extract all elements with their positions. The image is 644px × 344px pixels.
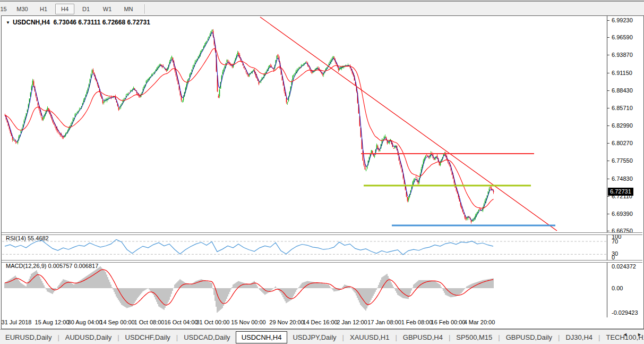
tab-scroll-buttons: ◄ ► xyxy=(623,332,642,337)
price-tick-label: 6.80270 xyxy=(612,140,633,146)
timeframe-button-M15[interactable]: M15 xyxy=(0,4,11,14)
rsi-pane[interactable] xyxy=(2,234,607,260)
candles-layer xyxy=(5,29,494,224)
timeframe-button-W1[interactable]: W1 xyxy=(98,4,117,14)
price-tick-mark xyxy=(607,20,609,21)
price-tick-mark xyxy=(607,196,609,197)
chart-window: ▼USDCNH,H4 6.73046 6.73111 6.72668 6.727… xyxy=(1,15,644,329)
price-tick-label: 6.74830 xyxy=(612,175,633,182)
date-label: 31 Oct 00:00 xyxy=(196,319,230,325)
timeframe-button-D1[interactable]: D1 xyxy=(76,4,96,14)
date-label: 15 Aug 12:00 xyxy=(35,319,70,325)
timeframe-toolbar: M15M30H1H4D1W1MN xyxy=(0,3,644,15)
date-label: 16 Oct 04:00 xyxy=(165,319,198,325)
tab-scroll-right-icon[interactable]: ► xyxy=(637,332,642,337)
rsi-line xyxy=(5,239,493,255)
price-axis[interactable]: 6.992306.965906.938706.911506.884306.857… xyxy=(607,16,643,317)
chart-tab-bar: EURUSD,Daily|AUDUSD,Daily|USDCHF,Daily|U… xyxy=(0,329,644,344)
macd-label: MACD(12,26,9) 0.005757 0.006817 xyxy=(6,263,98,269)
tab-GBPUSD-Daily[interactable]: GBPUSD,Daily xyxy=(501,332,557,343)
pane-separator[interactable] xyxy=(2,260,642,263)
ohlc-high: 6.73111 xyxy=(78,19,100,26)
tab-EURUSD-Daily[interactable]: EURUSD,Daily xyxy=(0,332,57,343)
price-tick-mark xyxy=(607,125,609,126)
date-label: 1 Feb 08:00 xyxy=(401,319,433,325)
price-tick-mark xyxy=(607,231,609,231)
current-price-badge: 6.72731 xyxy=(608,188,633,196)
price-tick-mark xyxy=(607,90,609,91)
chart-title: ▼USDCNH,H4 6.73046 6.73111 6.72668 6.727… xyxy=(6,19,150,26)
toolbar-separator xyxy=(144,4,145,14)
tab-AUDUSD-Daily[interactable]: AUDUSD,Daily xyxy=(60,332,117,343)
macd-main-value: 0.005757 xyxy=(48,263,72,269)
tab-SP500-M15[interactable]: SP500,M15 xyxy=(451,332,497,343)
rsi-axis-label: 70 xyxy=(612,238,618,245)
tab-USDCNH-H4[interactable]: USDCNH,H4 xyxy=(236,331,288,343)
macd-axis-label: 0.024372 xyxy=(612,263,636,270)
date-label: 14 Dec 16:00 xyxy=(303,319,337,325)
timeframe-button-H4[interactable]: H4 xyxy=(55,4,74,14)
price-tick-label: 6.85710 xyxy=(612,105,633,111)
tab-GBPUSD-H4[interactable]: GBPUSD,H4 xyxy=(398,332,448,343)
ma-fast-line xyxy=(5,32,494,221)
price-tick-mark xyxy=(607,108,609,108)
price-tick-mark xyxy=(607,179,609,179)
tab-USDCHF-Daily[interactable]: USDCHF,Daily xyxy=(120,332,176,343)
price-tick-label: 6.93870 xyxy=(612,52,633,58)
rsi-value: 55.4682 xyxy=(28,235,49,241)
date-label: 16 Feb 00:00 xyxy=(431,319,466,325)
price-tick-mark xyxy=(607,37,609,38)
tab-USDJPY-Daily[interactable]: USDJPY,Daily xyxy=(287,332,341,343)
price-tick-mark xyxy=(607,214,609,214)
macd-signal-value: 0.006817 xyxy=(74,263,98,269)
price-tick-mark xyxy=(607,55,609,55)
tab-scroll-left-icon[interactable]: ◄ xyxy=(623,332,628,337)
price-tick-label: 6.99230 xyxy=(612,17,633,23)
timeframe-button-M30[interactable]: M30 xyxy=(13,4,32,14)
macd-pane[interactable] xyxy=(2,262,607,317)
date-label: 1 Oct 08:00 xyxy=(134,319,165,325)
ohlc-low: 6.72668 xyxy=(102,19,125,26)
price-tick-label: 6.69390 xyxy=(612,211,633,217)
price-tick-label: 6.96590 xyxy=(612,34,633,40)
macd-axis-label: 0.00 xyxy=(612,285,623,291)
price-tick-mark xyxy=(607,161,609,161)
tab-DJ30-H4[interactable]: DJ30,H4 xyxy=(560,332,598,343)
date-label: 30 Aug 04:00 xyxy=(68,319,102,325)
ohlc-close: 6.72731 xyxy=(127,19,150,26)
price-tick-mark xyxy=(607,73,609,73)
date-label: 17 Jan 08:00 xyxy=(367,319,401,325)
macd-axis-label: -0.029423 xyxy=(612,309,638,316)
macd-histogram xyxy=(4,266,494,313)
timeframe-button-H1[interactable]: H1 xyxy=(34,4,53,14)
chart-dropdown-caret[interactable]: ▼ xyxy=(6,20,10,25)
price-tick-label: 6.82990 xyxy=(612,122,633,129)
ma-slow-line xyxy=(5,48,494,208)
date-label: 29 Nov 20:00 xyxy=(269,319,304,325)
timeframe-button-MN[interactable]: MN xyxy=(119,4,138,14)
rsi-label: RSI(14) 55.4682 xyxy=(6,235,49,241)
pane-separator[interactable] xyxy=(2,232,642,235)
price-tick-label: 6.77550 xyxy=(612,157,633,164)
date-axis[interactable]: 31 Jul 201815 Aug 12:0030 Aug 04:0014 Se… xyxy=(2,317,607,328)
date-label: 31 Jul 2018 xyxy=(2,319,32,325)
mt4-window: M15M30H1H4D1W1MN ▼USDCNH,H4 6.73046 6.73… xyxy=(0,0,644,344)
date-label: 2 Jan 12:00 xyxy=(337,319,367,325)
price-tick-label: 6.88430 xyxy=(612,87,633,94)
price-tick-mark xyxy=(607,143,609,144)
tab-USDCAD-Daily[interactable]: USDCAD,Daily xyxy=(178,332,235,343)
tab-XAUUSD-H1[interactable]: XAUUSD,H1 xyxy=(345,332,394,343)
date-label: 4 Mar 20:00 xyxy=(464,319,495,325)
date-label: 15 Nov 00:00 xyxy=(231,319,265,325)
price-chart-pane[interactable] xyxy=(2,16,607,232)
ohlc-open: 6.73046 xyxy=(54,19,76,26)
price-tick-label: 6.91150 xyxy=(612,70,632,76)
date-label: 14 Sep 00:00 xyxy=(100,319,134,325)
chart-symbol: USDCNH,H4 xyxy=(13,19,50,26)
